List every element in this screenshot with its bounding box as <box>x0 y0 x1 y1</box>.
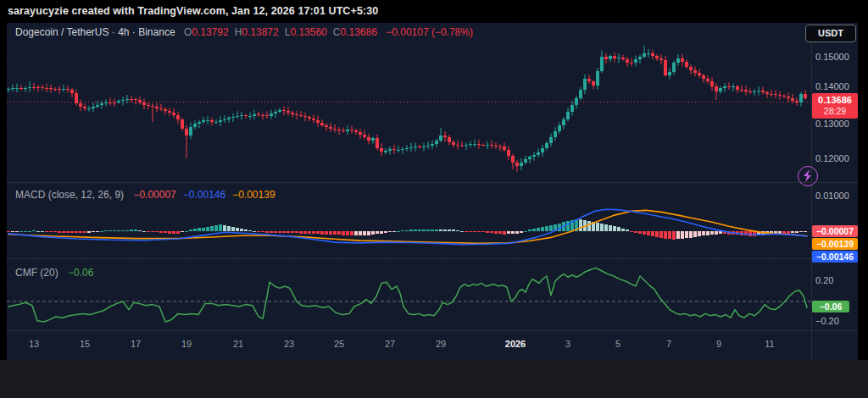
currency-toggle-button[interactable]: USDT <box>805 25 856 42</box>
lightning-bolt-icon <box>798 167 816 185</box>
instant-refresh-icon[interactable] <box>798 166 818 186</box>
currency-label: USDT <box>818 28 843 38</box>
chart-canvas[interactable] <box>0 0 868 398</box>
tradingview-screenshot: sarayucyzie created with TradingView.com… <box>0 0 868 398</box>
footer-bar: TradingView <box>0 360 868 398</box>
